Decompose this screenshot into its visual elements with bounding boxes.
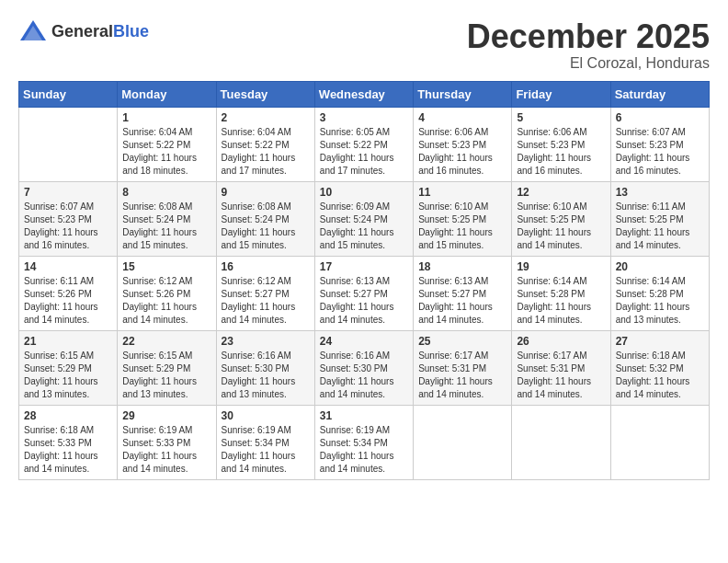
calendar-week-row: 21Sunrise: 6:15 AMSunset: 5:29 PMDayligh… <box>19 330 710 405</box>
day-info: Sunrise: 6:11 AMSunset: 5:25 PMDaylight:… <box>616 201 704 252</box>
weekday-header: Thursday <box>414 81 512 107</box>
day-info: Sunrise: 6:13 AMSunset: 5:27 PMDaylight:… <box>418 275 506 327</box>
day-number: 27 <box>616 335 704 348</box>
calendar-cell: 20Sunrise: 6:14 AMSunset: 5:28 PMDayligh… <box>610 256 709 330</box>
day-number: 11 <box>418 186 506 199</box>
day-info: Sunrise: 6:09 AMSunset: 5:24 PMDaylight:… <box>320 201 408 252</box>
day-number: 3 <box>320 111 408 124</box>
logo-general: General <box>51 22 113 40</box>
day-number: 16 <box>222 260 310 273</box>
calendar-cell: 6Sunrise: 6:07 AMSunset: 5:23 PMDaylight… <box>610 107 709 181</box>
calendar-cell: 3Sunrise: 6:05 AMSunset: 5:22 PMDaylight… <box>314 107 413 181</box>
location-title: El Corozal, Honduras <box>467 55 710 72</box>
weekday-header: Monday <box>118 81 216 107</box>
day-number: 23 <box>222 335 310 348</box>
calendar-week-row: 7Sunrise: 6:07 AMSunset: 5:23 PMDaylight… <box>19 181 710 256</box>
calendar-cell: 11Sunrise: 6:10 AMSunset: 5:25 PMDayligh… <box>414 181 512 256</box>
calendar-cell: 27Sunrise: 6:18 AMSunset: 5:32 PMDayligh… <box>610 330 709 405</box>
calendar-cell <box>414 405 512 479</box>
title-block: December 2025 El Corozal, Honduras <box>467 18 710 72</box>
calendar-cell: 10Sunrise: 6:09 AMSunset: 5:24 PMDayligh… <box>314 181 413 256</box>
calendar-cell: 7Sunrise: 6:07 AMSunset: 5:23 PMDaylight… <box>19 181 118 256</box>
logo: GeneralBlue <box>18 18 149 44</box>
day-number: 10 <box>320 186 408 199</box>
calendar-table: SundayMondayTuesdayWednesdayThursdayFrid… <box>18 81 710 480</box>
calendar-week-row: 14Sunrise: 6:11 AMSunset: 5:26 PMDayligh… <box>19 256 710 330</box>
day-number: 5 <box>517 111 605 124</box>
day-info: Sunrise: 6:14 AMSunset: 5:28 PMDaylight:… <box>517 275 605 327</box>
day-number: 30 <box>222 409 310 422</box>
calendar-cell: 24Sunrise: 6:16 AMSunset: 5:30 PMDayligh… <box>314 330 413 405</box>
calendar-cell: 25Sunrise: 6:17 AMSunset: 5:31 PMDayligh… <box>414 330 512 405</box>
calendar-cell: 26Sunrise: 6:17 AMSunset: 5:31 PMDayligh… <box>512 330 610 405</box>
calendar-cell: 28Sunrise: 6:18 AMSunset: 5:33 PMDayligh… <box>19 405 118 479</box>
day-info: Sunrise: 6:15 AMSunset: 5:29 PMDaylight:… <box>24 350 112 401</box>
calendar-cell: 22Sunrise: 6:15 AMSunset: 5:29 PMDayligh… <box>118 330 216 405</box>
calendar-cell: 5Sunrise: 6:06 AMSunset: 5:23 PMDaylight… <box>512 107 610 181</box>
day-number: 25 <box>418 335 506 348</box>
logo-blue: Blue <box>113 22 149 40</box>
day-info: Sunrise: 6:18 AMSunset: 5:32 PMDaylight:… <box>616 350 704 401</box>
calendar-week-row: 1Sunrise: 6:04 AMSunset: 5:22 PMDaylight… <box>19 107 710 181</box>
calendar-cell: 23Sunrise: 6:16 AMSunset: 5:30 PMDayligh… <box>216 330 314 405</box>
page-header: GeneralBlue December 2025 El Corozal, Ho… <box>18 18 710 72</box>
day-info: Sunrise: 6:06 AMSunset: 5:23 PMDaylight:… <box>418 126 506 178</box>
day-info: Sunrise: 6:05 AMSunset: 5:22 PMDaylight:… <box>320 126 408 178</box>
calendar-cell: 19Sunrise: 6:14 AMSunset: 5:28 PMDayligh… <box>512 256 610 330</box>
day-number: 14 <box>24 260 112 273</box>
day-info: Sunrise: 6:07 AMSunset: 5:23 PMDaylight:… <box>24 201 112 252</box>
calendar-cell: 18Sunrise: 6:13 AMSunset: 5:27 PMDayligh… <box>414 256 512 330</box>
day-info: Sunrise: 6:04 AMSunset: 5:22 PMDaylight:… <box>122 126 210 178</box>
calendar-cell: 12Sunrise: 6:10 AMSunset: 5:25 PMDayligh… <box>512 181 610 256</box>
weekday-header: Wednesday <box>314 81 413 107</box>
day-info: Sunrise: 6:17 AMSunset: 5:31 PMDaylight:… <box>418 350 506 401</box>
day-number: 1 <box>122 111 210 124</box>
day-info: Sunrise: 6:14 AMSunset: 5:28 PMDaylight:… <box>616 275 704 327</box>
calendar-cell: 31Sunrise: 6:19 AMSunset: 5:34 PMDayligh… <box>314 405 413 479</box>
day-number: 8 <box>122 186 210 199</box>
day-info: Sunrise: 6:13 AMSunset: 5:27 PMDaylight:… <box>320 275 408 327</box>
day-info: Sunrise: 6:12 AMSunset: 5:27 PMDaylight:… <box>222 275 310 327</box>
day-number: 12 <box>517 186 605 199</box>
day-number: 28 <box>24 409 112 422</box>
day-number: 13 <box>616 186 704 199</box>
day-info: Sunrise: 6:06 AMSunset: 5:23 PMDaylight:… <box>517 126 605 178</box>
logo-icon <box>18 18 48 44</box>
day-info: Sunrise: 6:10 AMSunset: 5:25 PMDaylight:… <box>418 201 506 252</box>
calendar-cell <box>610 405 709 479</box>
day-number: 22 <box>122 335 210 348</box>
calendar-cell <box>512 405 610 479</box>
calendar-cell: 17Sunrise: 6:13 AMSunset: 5:27 PMDayligh… <box>314 256 413 330</box>
weekday-header: Saturday <box>610 81 709 107</box>
weekday-header: Friday <box>512 81 610 107</box>
day-info: Sunrise: 6:19 AMSunset: 5:34 PMDaylight:… <box>320 424 408 476</box>
calendar-cell: 1Sunrise: 6:04 AMSunset: 5:22 PMDaylight… <box>118 107 216 181</box>
day-number: 21 <box>24 335 112 348</box>
day-number: 31 <box>320 409 408 422</box>
day-number: 24 <box>320 335 408 348</box>
day-number: 17 <box>320 260 408 273</box>
day-info: Sunrise: 6:04 AMSunset: 5:22 PMDaylight:… <box>222 126 310 178</box>
calendar-cell: 30Sunrise: 6:19 AMSunset: 5:34 PMDayligh… <box>216 405 314 479</box>
calendar-cell: 29Sunrise: 6:19 AMSunset: 5:33 PMDayligh… <box>118 405 216 479</box>
day-info: Sunrise: 6:15 AMSunset: 5:29 PMDaylight:… <box>122 350 210 401</box>
day-number: 7 <box>24 186 112 199</box>
calendar-cell: 13Sunrise: 6:11 AMSunset: 5:25 PMDayligh… <box>610 181 709 256</box>
calendar-cell: 4Sunrise: 6:06 AMSunset: 5:23 PMDaylight… <box>414 107 512 181</box>
calendar-cell <box>19 107 118 181</box>
day-number: 19 <box>517 260 605 273</box>
weekday-header: Tuesday <box>216 81 314 107</box>
weekday-header: Sunday <box>19 81 118 107</box>
calendar-cell: 16Sunrise: 6:12 AMSunset: 5:27 PMDayligh… <box>216 256 314 330</box>
day-info: Sunrise: 6:19 AMSunset: 5:34 PMDaylight:… <box>222 424 310 476</box>
calendar-cell: 9Sunrise: 6:08 AMSunset: 5:24 PMDaylight… <box>216 181 314 256</box>
day-number: 2 <box>222 111 310 124</box>
day-number: 6 <box>616 111 704 124</box>
day-info: Sunrise: 6:19 AMSunset: 5:33 PMDaylight:… <box>122 424 210 476</box>
day-info: Sunrise: 6:07 AMSunset: 5:23 PMDaylight:… <box>616 126 704 178</box>
day-number: 4 <box>418 111 506 124</box>
day-info: Sunrise: 6:17 AMSunset: 5:31 PMDaylight:… <box>517 350 605 401</box>
day-number: 18 <box>418 260 506 273</box>
day-number: 26 <box>517 335 605 348</box>
calendar-cell: 8Sunrise: 6:08 AMSunset: 5:24 PMDaylight… <box>118 181 216 256</box>
